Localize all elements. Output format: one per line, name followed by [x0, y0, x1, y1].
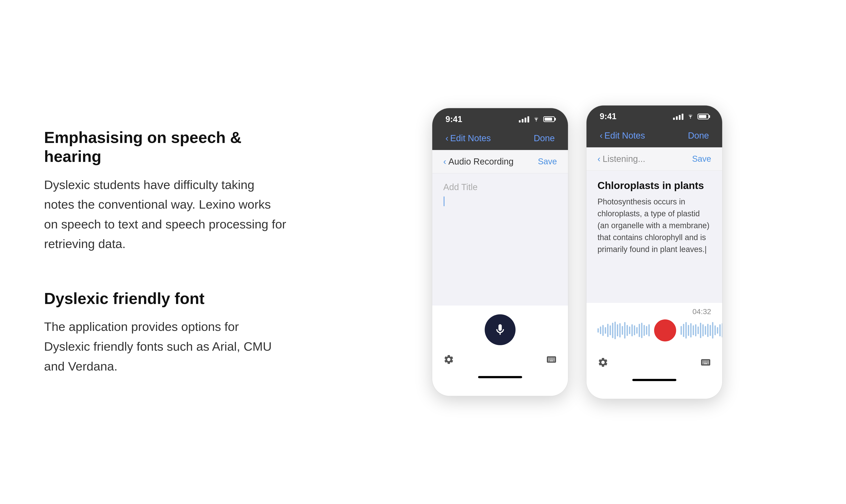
phone2-back-chevron: ‹: [600, 131, 602, 141]
phone2-waveform-left: [597, 322, 650, 339]
section-speech: Emphasising on speech & hearing Dyslexic…: [44, 128, 286, 254]
phone1-inner-nav-left[interactable]: ‹ Audio Recording: [443, 157, 514, 166]
phone2-inner-nav: ‹ Listening... Save: [587, 147, 722, 171]
phone1-mic-button[interactable]: [485, 314, 516, 345]
phone2-note-body: Photosynthesis occurs in chloroplasts, a…: [597, 196, 711, 255]
phone1-done-button[interactable]: Done: [534, 133, 555, 143]
phone1-body-cursor: [443, 197, 557, 206]
section-font: Dyslexic friendly font The application p…: [44, 289, 286, 376]
phone2-save-button[interactable]: Save: [692, 154, 711, 164]
phone1-keyboard-icon[interactable]: [546, 354, 557, 367]
phone1-nav-title: Edit Notes: [450, 133, 491, 143]
section-font-body: The application provides options for Dys…: [44, 317, 286, 376]
phone2-time: 9:41: [600, 112, 616, 121]
phone1-cursor: [444, 197, 444, 206]
phone2-content-area[interactable]: Chloroplasts in plants Photosynthesis oc…: [587, 171, 722, 303]
phone1-inner-back-chevron: ‹: [443, 157, 446, 166]
phone2-inner-back-chevron: ‹: [597, 154, 600, 164]
phone2-battery-icon: [698, 114, 709, 120]
phone2-status-icons: [673, 112, 709, 121]
phone2-toolbar: [597, 355, 711, 372]
phone1-time: 9:41: [446, 114, 462, 124]
phone1-battery-icon: [543, 116, 555, 122]
phone2-status-bar: 9:41: [587, 106, 722, 125]
phone1-inner-nav-title: Audio Recording: [448, 157, 514, 166]
phone1-settings-icon[interactable]: [443, 354, 454, 367]
phone1-save-button[interactable]: Save: [538, 157, 557, 166]
phone1-wifi-icon: [532, 115, 540, 123]
svg-point-1: [690, 118, 691, 119]
phone2-home-indicator: [632, 379, 677, 381]
phone2-inner-nav-title: Listening...: [602, 154, 645, 164]
phone1-content-area[interactable]: Add Title: [432, 173, 568, 306]
phone2-waveform-right: [681, 322, 723, 339]
phone2-done-button[interactable]: Done: [688, 131, 709, 141]
phone1-title-placeholder: Add Title: [443, 182, 557, 192]
phone2-keyboard-icon[interactable]: [700, 357, 711, 370]
phone1-status-icons: [519, 115, 555, 123]
left-content: Emphasising on speech & hearing Dyslexic…: [44, 128, 286, 376]
phones-section: 9:41: [353, 105, 802, 399]
phone2-nav-bar: ‹ Edit Notes Done: [587, 125, 722, 147]
phone2-inner-nav-left[interactable]: ‹ Listening...: [597, 154, 645, 164]
phone1-bottom-area: [432, 306, 568, 396]
phone1-toolbar: [443, 352, 557, 370]
section-font-heading: Dyslexic friendly font: [44, 289, 286, 308]
phone1: 9:41: [432, 108, 569, 396]
phone2-wifi-icon: [686, 112, 695, 121]
phone1-nav-bar: ‹ Edit Notes Done: [432, 128, 568, 150]
phone1-status-bar: 9:41: [432, 108, 568, 128]
page-layout: Emphasising on speech & hearing Dyslexic…: [0, 0, 846, 504]
phone1-mic-icon: [493, 323, 507, 336]
svg-point-0: [536, 121, 537, 121]
phone1-signal-icon: [519, 116, 529, 123]
phone2-waveform-container: 04:32: [587, 303, 722, 346]
phone2-record-button[interactable]: [654, 319, 676, 341]
phone1-inner-nav: ‹ Audio Recording Save: [432, 150, 568, 173]
phone2-bottom-area: [587, 346, 722, 399]
phone2-signal-icon: [673, 113, 683, 120]
phone2-nav-back[interactable]: ‹ Edit Notes: [600, 131, 645, 141]
phone2-waveform-timer: 04:32: [597, 307, 711, 316]
phone1-back-chevron: ‹: [446, 133, 448, 143]
phone2: 9:41: [586, 105, 723, 399]
phone2-waveform-row: [597, 319, 711, 341]
phone2-nav-title: Edit Notes: [604, 131, 645, 141]
phone1-home-indicator: [478, 376, 522, 378]
phone2-settings-icon[interactable]: [597, 357, 609, 370]
phone1-nav-back[interactable]: ‹ Edit Notes: [446, 133, 491, 143]
phone2-note-title: Chloroplasts in plants: [597, 180, 711, 192]
section-speech-body: Dyslexic students have difficulty taking…: [44, 175, 286, 254]
section-speech-heading: Emphasising on speech & hearing: [44, 128, 286, 166]
